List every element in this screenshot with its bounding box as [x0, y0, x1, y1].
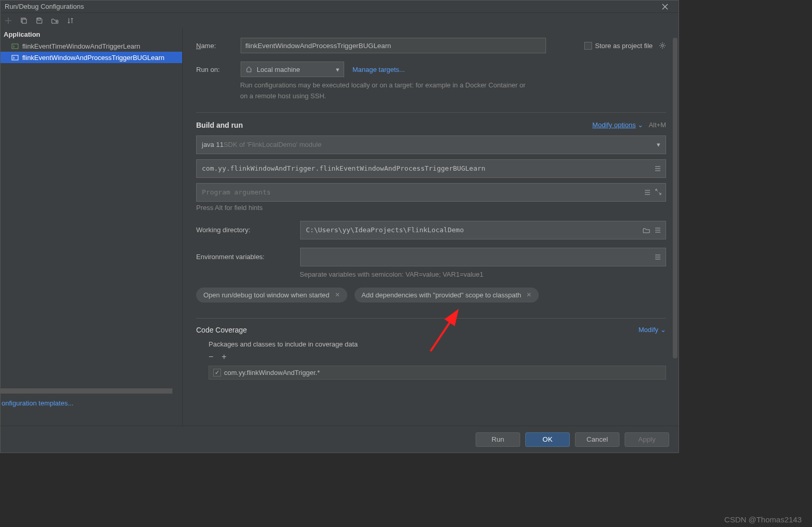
option-chips: Open run/debug tool window when started …: [196, 288, 666, 303]
form-area: Name: Store as project file Run on:: [183, 28, 678, 426]
packages-label: Packages and classes to include in cover…: [209, 340, 666, 348]
divider: [196, 112, 666, 113]
add-config-icon[interactable]: [3, 15, 14, 26]
program-args-field[interactable]: [202, 188, 660, 196]
list-icon[interactable]: [644, 189, 651, 196]
sort-config-icon[interactable]: [65, 15, 76, 26]
chevron-down-icon: ⌄: [660, 326, 666, 334]
chip-label: Add dependencies with "provided" scope t…: [362, 291, 521, 299]
sidebar-footer: onfiguration templates...: [1, 396, 182, 410]
build-run-header: Build and run Modify options ⌄ Alt+M: [196, 121, 666, 129]
sdk-secondary: SDK of 'FlinkLocalDemo' module: [224, 141, 321, 148]
save-config-icon[interactable]: [34, 15, 45, 26]
chevron-down-icon: ▾: [336, 66, 339, 73]
cancel-button[interactable]: Cancel: [575, 432, 619, 447]
config-sidebar: Application flinkEventTimeWindowAndTrigg…: [1, 28, 183, 426]
tree-item[interactable]: flinkEventTimeWindowAndTriggerLearn: [1, 40, 182, 52]
titlebar: Run/Debug Configurations: [1, 1, 678, 13]
run-on-value: Local machine: [257, 66, 300, 73]
folder-config-icon[interactable]: [49, 15, 61, 26]
workdir-row: Working directory:: [196, 221, 666, 239]
dialog-body: Application flinkEventTimeWindowAndTrigg…: [1, 28, 678, 426]
svg-rect-4: [12, 55, 18, 60]
tree-heading-application[interactable]: Application: [1, 28, 182, 40]
coverage-item-label: com.yy.flinkWindowAndTrigger.*: [224, 369, 320, 377]
manage-targets-link[interactable]: Manage targets...: [352, 66, 405, 73]
name-label: Name:: [196, 42, 232, 50]
home-icon: [245, 66, 253, 73]
chevron-down-icon: ▾: [657, 141, 660, 148]
sdk-primary: java 11: [202, 141, 224, 148]
coverage-title: Code Coverage: [196, 326, 247, 334]
chip-remove-icon[interactable]: ✕: [526, 291, 532, 298]
run-on-label: Run on:: [196, 66, 232, 73]
remove-package-icon[interactable]: −: [209, 352, 213, 362]
workdir-field[interactable]: [306, 226, 660, 234]
modify-kbd: Alt+M: [648, 121, 666, 129]
coverage-tools: − +: [209, 352, 666, 362]
tree-item-label: flinkEventWindowAndProcessTriggerBUGLear…: [22, 54, 165, 62]
coverage-header: Code Coverage Modify ⌄: [196, 318, 666, 334]
button-bar: Run OK Cancel Apply: [1, 426, 678, 453]
envvars-field[interactable]: [306, 253, 660, 261]
list-icon[interactable]: [654, 253, 661, 261]
tree-item-label: flinkEventTimeWindowAndTriggerLearn: [22, 42, 140, 50]
list-icon[interactable]: [654, 227, 661, 234]
main-class-field[interactable]: [202, 164, 660, 172]
program-args-input[interactable]: [196, 183, 666, 202]
gear-icon[interactable]: [659, 42, 666, 49]
chip-remove-icon[interactable]: ✕: [335, 291, 340, 298]
coverage-item-checkbox[interactable]: [213, 369, 221, 377]
store-as-project-file[interactable]: Store as project file: [584, 42, 666, 50]
app-config-icon: [11, 53, 19, 62]
coverage-modify-link[interactable]: Modify ⌄: [639, 326, 666, 334]
workdir-label: Working directory:: [196, 226, 292, 234]
run-on-hint: Run configurations may be executed local…: [240, 80, 530, 102]
workdir-input[interactable]: [300, 221, 666, 239]
coverage-item[interactable]: com.yy.flinkWindowAndTrigger.*: [209, 366, 666, 379]
name-row: Name: Store as project file: [196, 38, 666, 53]
list-icon[interactable]: [654, 165, 661, 172]
name-input[interactable]: [241, 38, 546, 53]
coverage-list: com.yy.flinkWindowAndTrigger.*: [209, 366, 666, 380]
sidebar-scrollbar[interactable]: [1, 388, 172, 394]
run-debug-dialog: Run/Debug Configurations Application fli…: [0, 0, 679, 453]
envvars-hint: Separate variables with semicolon: VAR=v…: [300, 270, 666, 278]
config-toolbar: [1, 13, 678, 28]
svg-rect-1: [22, 19, 26, 23]
dialog-title: Run/Debug Configurations: [5, 3, 84, 10]
ok-button[interactable]: OK: [525, 432, 570, 447]
svg-point-5: [661, 44, 663, 47]
chevron-down-icon: ⌄: [638, 121, 643, 129]
tree-item-selected[interactable]: flinkEventWindowAndProcessTriggerBUGLear…: [1, 52, 182, 63]
app-config-icon: [11, 42, 19, 50]
alt-hint: Press Alt for field hints: [196, 204, 666, 212]
run-on-combo[interactable]: Local machine ▾: [241, 62, 344, 77]
tree-heading-label: Application: [4, 31, 40, 38]
config-templates-link[interactable]: onfiguration templates...: [2, 399, 73, 407]
close-button[interactable]: [656, 1, 674, 12]
envvars-row: Environment variables:: [196, 248, 666, 266]
store-checkbox[interactable]: [584, 42, 592, 50]
watermark: CSDN @Thomas2143: [725, 515, 802, 524]
folder-icon[interactable]: [643, 227, 650, 234]
envvars-input[interactable]: [300, 248, 666, 266]
add-package-icon[interactable]: +: [222, 352, 226, 362]
svg-rect-2: [38, 18, 40, 20]
chip-open-tool-window: Open run/debug tool window when started …: [196, 288, 347, 303]
main-class-input[interactable]: [196, 159, 666, 178]
form-scrollbar[interactable]: [673, 38, 677, 358]
svg-rect-3: [12, 44, 18, 49]
expand-icon[interactable]: [655, 189, 661, 196]
copy-config-icon[interactable]: [18, 15, 29, 26]
envvars-label: Environment variables:: [196, 253, 292, 261]
run-button[interactable]: Run: [476, 432, 520, 447]
build-run-title: Build and run: [196, 121, 243, 129]
modify-options-link[interactable]: Modify options ⌄: [593, 121, 644, 129]
chip-label: Open run/debug tool window when started: [203, 291, 330, 299]
config-tree: Application flinkEventTimeWindowAndTrigg…: [1, 28, 182, 426]
apply-button[interactable]: Apply: [625, 432, 669, 447]
sdk-select[interactable]: java 11 SDK of 'FlinkLocalDemo' module ▾: [196, 135, 666, 154]
chip-provided-scope: Add dependencies with "provided" scope t…: [355, 288, 539, 303]
run-on-row: Run on: Local machine ▾ Manage targets..…: [196, 62, 666, 77]
